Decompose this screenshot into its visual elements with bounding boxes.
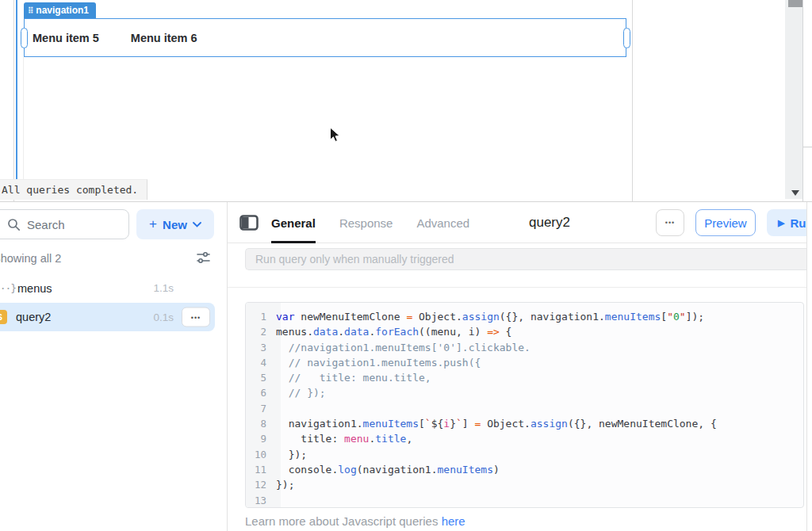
query-status-bar: All queries completed. [0, 179, 147, 200]
editor-header: GeneralResponseAdvanced query2 ••• Previ… [228, 202, 806, 243]
query-list: {···}menus1.1sJSquery20.1s••• [0, 275, 228, 333]
component-tag-label: navigation1 [36, 5, 89, 16]
new-query-button[interactable]: + New [136, 209, 214, 239]
line-number: 10 [246, 447, 276, 462]
play-icon: ▶ [778, 218, 784, 228]
line-number: 1 [246, 309, 276, 324]
line-number: 4 [246, 355, 276, 370]
code-text: }); [276, 447, 307, 462]
code-line[interactable]: 10 }); [246, 447, 803, 462]
code-line[interactable]: 1var newMenuItemClone = Object.assign({}… [246, 309, 803, 324]
code-line[interactable]: 4 // navigation1.menuItems.push({ [246, 355, 803, 370]
tab-advanced[interactable]: Advanced [416, 202, 469, 243]
footer-here-link[interactable]: here [442, 514, 465, 528]
line-number: 2 [246, 324, 276, 339]
code-text: // title: menu.title, [276, 370, 431, 385]
right-panel-edge [802, 0, 812, 201]
menu-item-6[interactable]: Menu item 6 [131, 32, 197, 44]
run-button[interactable]: ▶ Run [767, 209, 807, 236]
panel-toggle-icon[interactable] [239, 215, 259, 231]
mouse-cursor-icon [329, 127, 341, 143]
line-number: 3 [246, 340, 276, 355]
canvas-left-edge [13, 0, 14, 201]
canvas-right-edge [632, 0, 633, 201]
resize-handle-right[interactable] [623, 28, 630, 48]
code-text: // }); [276, 385, 326, 400]
line-number: 11 [246, 462, 276, 477]
preview-button[interactable]: Preview [695, 209, 756, 236]
component-tag[interactable]: ⠿ navigation1 [24, 2, 96, 18]
line-number: 13 [246, 493, 276, 508]
tab-response[interactable]: Response [339, 202, 393, 243]
query-row-menus[interactable]: {···}menus1.1s [0, 275, 215, 301]
code-editor[interactable]: 1var newMenuItemClone = Object.assign({}… [245, 302, 804, 508]
canvas-region[interactable]: ⠿ navigation1 Menu item 5 Menu item 6 Al… [0, 0, 812, 201]
line-number: 8 [246, 416, 276, 431]
query-more-button[interactable]: ••• [182, 308, 210, 327]
section-divider [228, 287, 807, 288]
code-line[interactable]: 5 // title: menu.title, [246, 370, 803, 385]
query-editor-panel: + New Showing all 2 {···}menus1.1sJSquer… [0, 201, 812, 531]
showing-all-label: Showing all 2 [0, 252, 61, 265]
right-panel-divider [803, 147, 812, 147]
line-number: 12 [246, 477, 276, 492]
trigger-mode-bar[interactable]: Run query only when manually triggered [245, 248, 807, 270]
menu-item-5[interactable]: Menu item 5 [33, 32, 99, 44]
query-title: query2 [529, 202, 570, 243]
query-name: query2 [16, 311, 51, 323]
app-screen: ⠿ navigation1 Menu item 5 Menu item 6 Al… [0, 0, 812, 531]
code-line[interactable]: 11 console.log(navigation1.menuItems) [246, 462, 803, 477]
query-duration: 1.1s [153, 282, 174, 294]
search-box[interactable] [0, 209, 129, 239]
navigation-component[interactable]: Menu item 5 Menu item 6 [24, 18, 626, 57]
search-icon [7, 218, 21, 231]
more-options-button[interactable]: ••• [656, 209, 684, 236]
query-name: menus [17, 282, 52, 295]
tab-general[interactable]: General [271, 202, 316, 243]
resize-handle-left[interactable] [21, 28, 28, 48]
line-number: 5 [246, 370, 276, 385]
code-line[interactable]: 6 // }); [246, 385, 803, 400]
chevron-down-icon [193, 222, 201, 227]
editor-footer: Learn more about Javascript queries here [245, 514, 465, 528]
canvas-scrollbar-track[interactable] [785, 0, 802, 199]
frame-selection-line [16, 0, 17, 180]
search-input[interactable] [27, 218, 106, 231]
query-row-query2[interactable]: JSquery20.1s••• [0, 303, 215, 331]
code-text: //navigation1.menuItems['0'].clickable. [276, 340, 530, 355]
query-duration: 0.1s [153, 311, 174, 323]
rest-query-icon: {···} [0, 282, 9, 294]
code-text: title: menu.title, [276, 431, 412, 446]
code-line[interactable]: 7 [246, 401, 803, 416]
run-button-label: Run [790, 216, 807, 230]
right-panel-sliver [807, 202, 811, 531]
code-text: }); [276, 477, 294, 492]
code-line[interactable]: 3 //navigation1.menuItems['0'].clickable… [246, 340, 803, 355]
query-sidebar: + New Showing all 2 {···}menus1.1sJSquer… [0, 202, 228, 531]
code-line[interactable]: 2menus.data.data.forEach((menu, i) => { [246, 324, 803, 339]
code-text: navigation1.menuItems[`${i}`] = Object.a… [276, 416, 717, 431]
code-text: // navigation1.menuItems.push({ [276, 355, 481, 370]
code-lines: 1var newMenuItemClone = Object.assign({}… [246, 309, 803, 508]
new-button-label: New [163, 218, 187, 231]
code-text: console.log(navigation1.menuItems) [276, 462, 500, 477]
line-number: 6 [246, 385, 276, 400]
query-count-row: Showing all 2 [0, 246, 228, 270]
filter-sliders-icon[interactable] [196, 250, 211, 266]
line-number: 9 [246, 431, 276, 446]
line-number: 7 [246, 401, 276, 416]
scroll-down-arrow-icon[interactable] [791, 190, 799, 196]
code-line[interactable]: 12}); [246, 477, 803, 492]
footer-text: Learn more about Javascript queries [245, 514, 442, 528]
code-line[interactable]: 9 title: menu.title, [246, 431, 803, 446]
code-line[interactable]: 13 [246, 493, 803, 508]
drag-handle-icon[interactable]: ⠿ [28, 6, 33, 15]
code-text: menus.data.data.forEach((menu, i) => { [276, 324, 511, 339]
code-text: var newMenuItemClone = Object.assign({},… [276, 309, 704, 324]
code-line[interactable]: 8 navigation1.menuItems[`${i}`] = Object… [246, 416, 803, 431]
js-badge-icon: JS [0, 310, 7, 324]
query-editor: GeneralResponseAdvanced query2 ••• Previ… [228, 202, 807, 531]
tab-bar: GeneralResponseAdvanced [271, 202, 469, 243]
canvas-scrollbar-thumb[interactable] [788, 0, 804, 7]
plus-icon: + [149, 216, 157, 232]
